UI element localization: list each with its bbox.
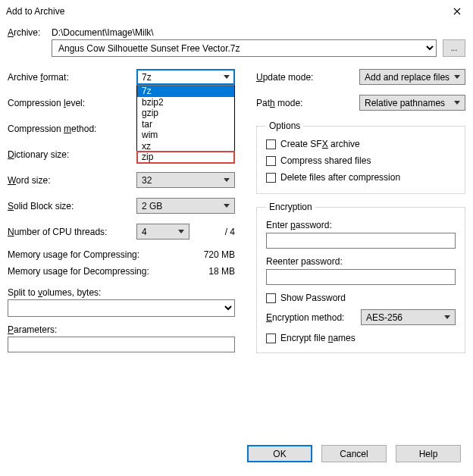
show-password-checkbox[interactable] <box>266 293 276 303</box>
shared-checkbox[interactable] <box>266 156 276 166</box>
chevron-down-icon <box>221 199 233 213</box>
solid-block-label: Solid Block size: <box>8 201 136 211</box>
reenter-password-input[interactable] <box>266 269 456 285</box>
solid-block-combo[interactable]: 2 GB <box>136 198 235 214</box>
archive-format-value: 7z <box>142 72 152 83</box>
encryption-group: Encryption Enter password: Reenter passw… <box>256 202 465 353</box>
encrypt-names-label: Encrypt file names <box>280 333 356 343</box>
compression-level-label: Compression level: <box>8 98 136 108</box>
mem-decompress-value: 18 MB <box>208 266 235 277</box>
parameters-input[interactable] <box>8 337 235 352</box>
chevron-down-icon <box>175 225 187 239</box>
compression-method-label: Compression method: <box>8 124 136 134</box>
options-group: Options Create SFX archive Compress shar… <box>256 121 465 194</box>
window-title: Add to Archive <box>6 6 64 17</box>
update-mode-value: Add and replace files <box>365 72 450 83</box>
delete-checkbox[interactable] <box>266 173 276 183</box>
dialog-buttons: OK Cancel Help <box>0 445 473 462</box>
cpu-threads-value: 4 <box>142 227 147 237</box>
chevron-down-icon <box>221 70 233 84</box>
path-mode-label: Path mode: <box>256 98 359 108</box>
format-option-7z[interactable]: 7z <box>137 86 234 97</box>
archive-format-combo[interactable]: 7z 7z bzip2 gzip tar wim xz zip <box>136 69 235 85</box>
format-option-tar[interactable]: tar <box>137 119 234 130</box>
encryption-method-value: AES-256 <box>366 312 403 323</box>
archive-format-dropdown[interactable]: 7z bzip2 gzip tar wim xz zip <box>136 85 235 164</box>
path-mode-combo[interactable]: Relative pathnames <box>359 95 465 111</box>
format-option-zip[interactable]: zip <box>137 152 234 163</box>
update-mode-combo[interactable]: Add and replace files <box>359 69 465 85</box>
browse-button[interactable]: ... <box>443 39 465 57</box>
mem-decompress-label: Memory usage for Decompressing: <box>8 266 149 277</box>
chevron-down-icon <box>451 70 463 84</box>
encryption-method-label: Encryption method: <box>266 312 344 323</box>
archive-filename-combo[interactable]: Angus Cow Silhouette Sunset Free Vector.… <box>52 39 437 57</box>
cpu-threads-max: / 4 <box>194 227 235 237</box>
title-bar: Add to Archive <box>0 0 473 23</box>
path-mode-value: Relative pathnames <box>365 98 445 108</box>
close-icon <box>453 8 461 15</box>
solid-block-value: 2 GB <box>142 201 162 211</box>
ok-button[interactable]: OK <box>247 445 312 462</box>
cpu-threads-label: Number of CPU threads: <box>8 227 136 237</box>
enter-password-input[interactable] <box>266 233 456 249</box>
cpu-threads-combo[interactable]: 4 <box>136 224 190 240</box>
split-volumes-combo[interactable] <box>8 299 235 317</box>
sfx-checkbox[interactable] <box>266 139 276 149</box>
sfx-label: Create SFX archive <box>280 139 360 149</box>
chevron-down-icon <box>451 96 463 110</box>
mem-compress-label: Memory usage for Compressing: <box>8 249 139 260</box>
help-button[interactable]: Help <box>396 445 461 462</box>
mem-compress-value: 720 MB <box>204 249 235 260</box>
chevron-down-icon <box>441 311 453 324</box>
dictionary-size-label: Dictionary size: <box>8 149 136 160</box>
word-size-combo[interactable]: 32 <box>136 172 235 188</box>
reenter-password-label: Reenter password: <box>266 256 456 267</box>
update-mode-label: Update mode: <box>256 72 359 83</box>
encrypt-names-checkbox[interactable] <box>266 334 276 343</box>
format-option-xz[interactable]: xz <box>137 141 234 152</box>
format-option-bzip2[interactable]: bzip2 <box>137 97 234 108</box>
shared-label: Compress shared files <box>280 155 371 166</box>
enter-password-label: Enter password: <box>266 220 456 230</box>
options-legend: Options <box>266 121 303 131</box>
chevron-down-icon <box>221 174 233 187</box>
format-option-gzip[interactable]: gzip <box>137 108 234 119</box>
delete-label: Delete files after compression <box>280 172 400 183</box>
show-password-label: Show Password <box>280 293 346 303</box>
format-option-wim[interactable]: wim <box>137 130 234 141</box>
split-volumes-label: Split to volumes, bytes: <box>8 287 235 298</box>
archive-format-label: Archive format: <box>8 72 136 83</box>
close-button[interactable] <box>441 1 473 22</box>
archive-path: D:\Document\Image\Milk\ <box>52 27 465 38</box>
encryption-legend: Encryption <box>266 202 315 212</box>
cancel-button[interactable]: Cancel <box>321 445 387 462</box>
archive-label: Archive: <box>8 27 52 38</box>
word-size-value: 32 <box>142 175 152 186</box>
word-size-label: Word size: <box>8 175 136 186</box>
encryption-method-combo[interactable]: AES-256 <box>361 309 456 325</box>
parameters-label: Parameters: <box>8 324 235 335</box>
